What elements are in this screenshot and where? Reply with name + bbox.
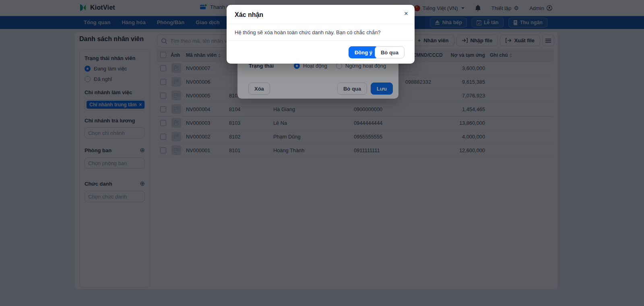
confirm-cancel-button[interactable]: Bỏ qua bbox=[375, 46, 405, 58]
divider bbox=[227, 24, 415, 24]
confirm-modal: Xác nhận × Hệ thống sẽ xóa hoàn toàn chứ… bbox=[227, 5, 415, 64]
confirm-message: Hệ thống sẽ xóa hoàn toàn chức danh này.… bbox=[235, 29, 381, 35]
divider bbox=[227, 40, 415, 41]
close-icon[interactable]: × bbox=[404, 10, 408, 18]
confirm-ok-button[interactable]: Đồng ý bbox=[349, 46, 378, 58]
confirm-title: Xác nhận bbox=[235, 11, 263, 19]
